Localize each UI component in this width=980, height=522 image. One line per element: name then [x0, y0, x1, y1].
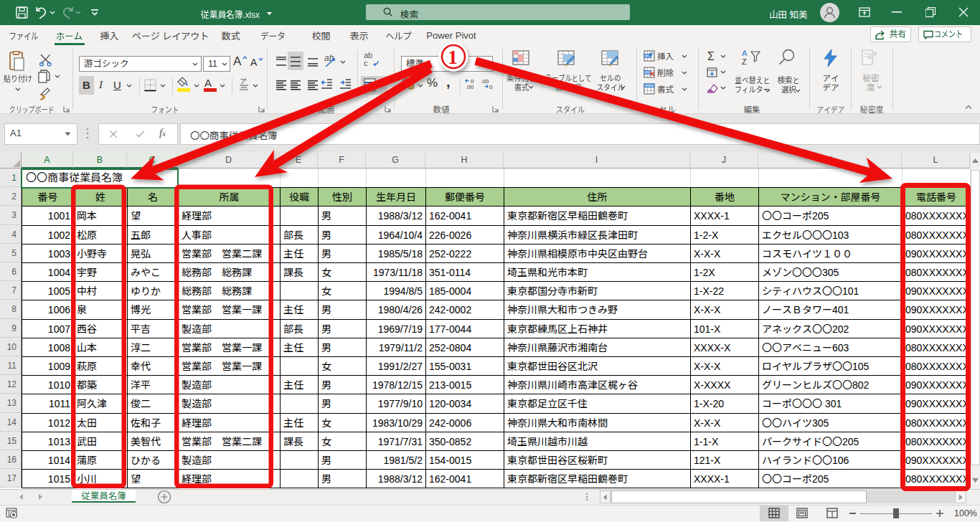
- svg-text:0: 0: [489, 84, 493, 90]
- svg-text:.00: .00: [466, 84, 474, 90]
- svg-text:.00: .00: [481, 78, 489, 85]
